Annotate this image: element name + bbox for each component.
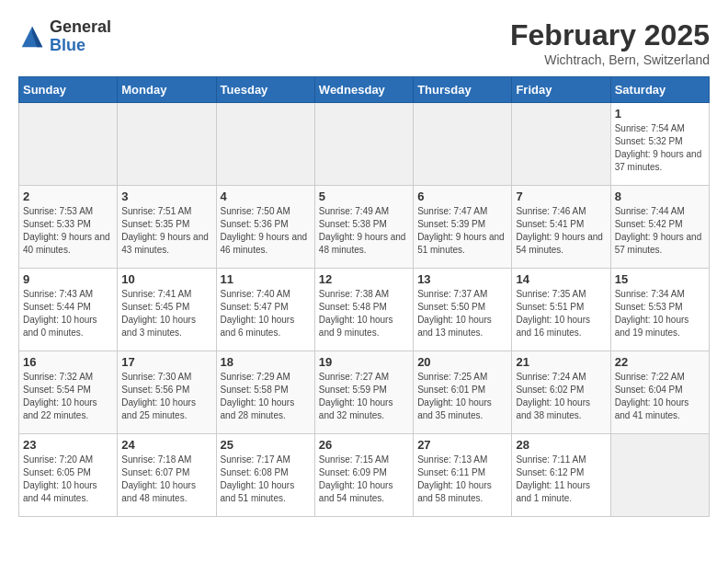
day-number: 17 bbox=[121, 355, 211, 369]
day-number: 23 bbox=[23, 438, 113, 452]
day-number: 2 bbox=[23, 190, 113, 203]
day-info: Sunrise: 7:29 AM Sunset: 5:58 PM Dayligh… bbox=[221, 371, 311, 422]
weekday-header: Sunday bbox=[19, 77, 118, 103]
day-info: Sunrise: 7:47 AM Sunset: 5:39 PM Dayligh… bbox=[417, 205, 507, 257]
calendar-cell: 24Sunrise: 7:18 AM Sunset: 6:07 PM Dayli… bbox=[118, 434, 216, 517]
day-info: Sunrise: 7:32 AM Sunset: 5:54 PM Dayligh… bbox=[23, 371, 113, 422]
calendar-cell bbox=[610, 434, 709, 517]
day-info: Sunrise: 7:54 AM Sunset: 5:32 PM Dayligh… bbox=[615, 122, 705, 174]
day-info: Sunrise: 7:17 AM Sunset: 6:08 PM Dayligh… bbox=[221, 454, 311, 505]
day-number: 4 bbox=[221, 190, 311, 203]
calendar-cell: 10Sunrise: 7:41 AM Sunset: 5:45 PM Dayli… bbox=[118, 269, 216, 351]
day-info: Sunrise: 7:53 AM Sunset: 5:33 PM Dayligh… bbox=[23, 205, 113, 257]
location-subtitle: Wichtrach, Bern, Switzerland bbox=[510, 52, 710, 67]
day-number: 18 bbox=[221, 355, 311, 369]
day-number: 25 bbox=[221, 438, 311, 452]
calendar-cell: 26Sunrise: 7:15 AM Sunset: 6:09 PM Dayli… bbox=[314, 434, 413, 517]
day-info: Sunrise: 7:49 AM Sunset: 5:38 PM Dayligh… bbox=[319, 205, 409, 257]
calendar-cell bbox=[314, 103, 413, 186]
calendar-cell: 7Sunrise: 7:46 AM Sunset: 5:41 PM Daylig… bbox=[512, 186, 610, 269]
calendar-cell: 5Sunrise: 7:49 AM Sunset: 5:38 PM Daylig… bbox=[314, 186, 413, 269]
weekday-header: Saturday bbox=[610, 77, 709, 103]
calendar-cell: 3Sunrise: 7:51 AM Sunset: 5:35 PM Daylig… bbox=[118, 186, 216, 269]
calendar-cell: 15Sunrise: 7:34 AM Sunset: 5:53 PM Dayli… bbox=[610, 269, 709, 351]
calendar-week-row: 16Sunrise: 7:32 AM Sunset: 5:54 PM Dayli… bbox=[19, 351, 710, 434]
day-info: Sunrise: 7:20 AM Sunset: 6:05 PM Dayligh… bbox=[23, 454, 113, 505]
day-info: Sunrise: 7:25 AM Sunset: 6:01 PM Dayligh… bbox=[417, 371, 507, 422]
day-info: Sunrise: 7:50 AM Sunset: 5:36 PM Dayligh… bbox=[221, 205, 311, 257]
logo: General Blue bbox=[18, 18, 111, 55]
day-number: 10 bbox=[121, 272, 211, 286]
day-number: 13 bbox=[417, 272, 507, 286]
calendar-cell: 2Sunrise: 7:53 AM Sunset: 5:33 PM Daylig… bbox=[19, 186, 118, 269]
page-header: General Blue February 2025 Wichtrach, Be… bbox=[18, 18, 710, 67]
day-number: 9 bbox=[23, 272, 113, 286]
calendar-cell: 14Sunrise: 7:35 AM Sunset: 5:51 PM Dayli… bbox=[512, 269, 610, 351]
day-number: 21 bbox=[516, 355, 606, 369]
calendar-cell: 22Sunrise: 7:22 AM Sunset: 6:04 PM Dayli… bbox=[610, 351, 709, 434]
calendar-cell bbox=[414, 103, 512, 186]
calendar-week-row: 9Sunrise: 7:43 AM Sunset: 5:44 PM Daylig… bbox=[19, 269, 710, 351]
calendar-cell: 20Sunrise: 7:25 AM Sunset: 6:01 PM Dayli… bbox=[414, 351, 512, 434]
day-number: 15 bbox=[615, 272, 705, 286]
day-number: 22 bbox=[615, 355, 705, 369]
day-number: 26 bbox=[319, 438, 409, 452]
day-number: 20 bbox=[417, 355, 507, 369]
calendar-cell: 18Sunrise: 7:29 AM Sunset: 5:58 PM Dayli… bbox=[216, 351, 314, 434]
weekday-header: Tuesday bbox=[216, 77, 314, 103]
day-info: Sunrise: 7:22 AM Sunset: 6:04 PM Dayligh… bbox=[615, 371, 705, 422]
day-info: Sunrise: 7:34 AM Sunset: 5:53 PM Dayligh… bbox=[615, 288, 705, 339]
calendar-cell: 16Sunrise: 7:32 AM Sunset: 5:54 PM Dayli… bbox=[19, 351, 118, 434]
calendar-header-row: SundayMondayTuesdayWednesdayThursdayFrid… bbox=[19, 77, 710, 103]
day-number: 3 bbox=[121, 190, 211, 203]
calendar-cell bbox=[512, 103, 610, 186]
day-info: Sunrise: 7:44 AM Sunset: 5:42 PM Dayligh… bbox=[615, 205, 705, 257]
calendar-cell: 17Sunrise: 7:30 AM Sunset: 5:56 PM Dayli… bbox=[118, 351, 216, 434]
calendar-cell: 19Sunrise: 7:27 AM Sunset: 5:59 PM Dayli… bbox=[314, 351, 413, 434]
calendar-cell bbox=[118, 103, 216, 186]
weekday-header: Friday bbox=[512, 77, 610, 103]
calendar-cell: 28Sunrise: 7:11 AM Sunset: 6:12 PM Dayli… bbox=[512, 434, 610, 517]
day-info: Sunrise: 7:43 AM Sunset: 5:44 PM Dayligh… bbox=[23, 288, 113, 339]
day-info: Sunrise: 7:30 AM Sunset: 5:56 PM Dayligh… bbox=[121, 371, 211, 422]
day-info: Sunrise: 7:27 AM Sunset: 5:59 PM Dayligh… bbox=[319, 371, 409, 422]
day-info: Sunrise: 7:38 AM Sunset: 5:48 PM Dayligh… bbox=[319, 288, 409, 339]
calendar-cell: 4Sunrise: 7:50 AM Sunset: 5:36 PM Daylig… bbox=[216, 186, 314, 269]
day-info: Sunrise: 7:15 AM Sunset: 6:09 PM Dayligh… bbox=[319, 454, 409, 505]
day-number: 24 bbox=[121, 438, 211, 452]
day-number: 8 bbox=[615, 190, 705, 203]
month-title: February 2025 bbox=[510, 18, 710, 52]
day-info: Sunrise: 7:35 AM Sunset: 5:51 PM Dayligh… bbox=[516, 288, 606, 339]
logo-icon bbox=[18, 23, 46, 51]
calendar-cell: 13Sunrise: 7:37 AM Sunset: 5:50 PM Dayli… bbox=[414, 269, 512, 351]
logo-blue-text: Blue bbox=[50, 37, 111, 55]
title-area: February 2025 Wichtrach, Bern, Switzerla… bbox=[510, 18, 710, 67]
calendar-cell bbox=[216, 103, 314, 186]
calendar-week-row: 23Sunrise: 7:20 AM Sunset: 6:05 PM Dayli… bbox=[19, 434, 710, 517]
calendar-cell: 6Sunrise: 7:47 AM Sunset: 5:39 PM Daylig… bbox=[414, 186, 512, 269]
day-number: 7 bbox=[516, 190, 606, 203]
day-number: 14 bbox=[516, 272, 606, 286]
day-info: Sunrise: 7:24 AM Sunset: 6:02 PM Dayligh… bbox=[516, 371, 606, 422]
day-info: Sunrise: 7:37 AM Sunset: 5:50 PM Dayligh… bbox=[417, 288, 507, 339]
day-info: Sunrise: 7:13 AM Sunset: 6:11 PM Dayligh… bbox=[417, 454, 507, 505]
day-number: 11 bbox=[221, 272, 311, 286]
day-info: Sunrise: 7:51 AM Sunset: 5:35 PM Dayligh… bbox=[121, 205, 211, 257]
calendar-cell bbox=[19, 103, 118, 186]
calendar-week-row: 2Sunrise: 7:53 AM Sunset: 5:33 PM Daylig… bbox=[19, 186, 710, 269]
day-number: 16 bbox=[23, 355, 113, 369]
weekday-header: Thursday bbox=[414, 77, 512, 103]
day-info: Sunrise: 7:41 AM Sunset: 5:45 PM Dayligh… bbox=[121, 288, 211, 339]
calendar-cell: 23Sunrise: 7:20 AM Sunset: 6:05 PM Dayli… bbox=[19, 434, 118, 517]
logo-text: General Blue bbox=[50, 18, 111, 55]
calendar-cell: 25Sunrise: 7:17 AM Sunset: 6:08 PM Dayli… bbox=[216, 434, 314, 517]
calendar-cell: 9Sunrise: 7:43 AM Sunset: 5:44 PM Daylig… bbox=[19, 269, 118, 351]
calendar-table: SundayMondayTuesdayWednesdayThursdayFrid… bbox=[18, 76, 710, 517]
day-info: Sunrise: 7:40 AM Sunset: 5:47 PM Dayligh… bbox=[221, 288, 311, 339]
day-number: 28 bbox=[516, 438, 606, 452]
day-number: 27 bbox=[417, 438, 507, 452]
day-number: 12 bbox=[319, 272, 409, 286]
day-info: Sunrise: 7:46 AM Sunset: 5:41 PM Dayligh… bbox=[516, 205, 606, 257]
weekday-header: Monday bbox=[118, 77, 216, 103]
calendar-cell: 1Sunrise: 7:54 AM Sunset: 5:32 PM Daylig… bbox=[610, 103, 709, 186]
